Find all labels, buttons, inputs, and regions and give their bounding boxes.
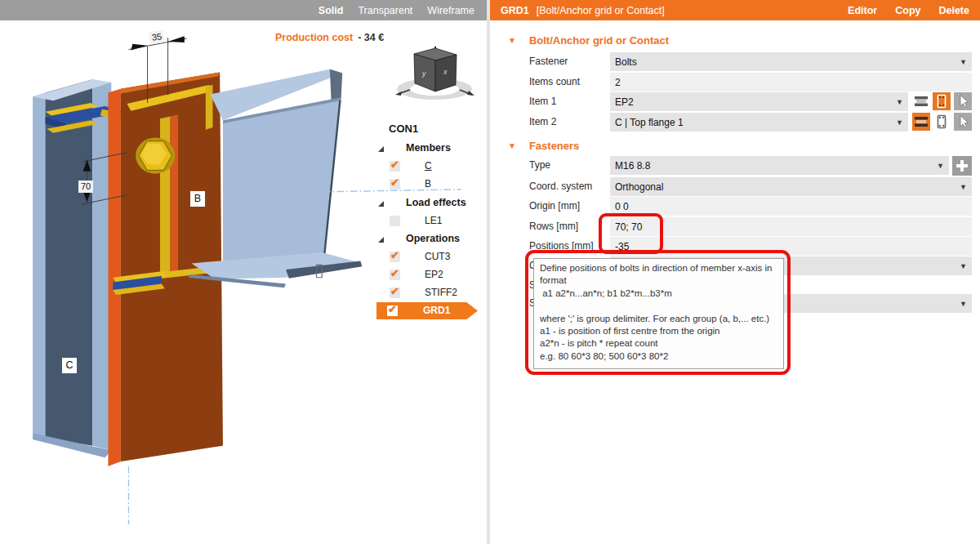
- cursor-arrow-icon: [954, 113, 972, 131]
- tree-root-con1[interactable]: CON1: [389, 120, 503, 136]
- items-count-label: Items count: [529, 76, 580, 87]
- item2-label: Item 2: [529, 116, 556, 127]
- cursor-select-icon-button[interactable]: [954, 113, 972, 131]
- coord-system-dropdown[interactable]: Orthogonal ▼: [610, 177, 972, 196]
- item1-dropdown[interactable]: EP2 ▼: [610, 92, 908, 111]
- fastener-dropdown[interactable]: Bolts ▼: [610, 52, 972, 71]
- rows-input[interactable]: 70; 70: [610, 217, 972, 236]
- row-coord-system: Coord. system Orthogonal ▼: [490, 177, 980, 196]
- type-dropdown[interactable]: M16 8.8 ▼: [610, 156, 949, 175]
- view-mode-solid[interactable]: Solid: [318, 5, 344, 16]
- selected-operation-banner[interactable]: ✔ GRD1: [376, 302, 478, 319]
- tree-group-operations[interactable]: Operations: [374, 231, 488, 247]
- operation-header-bar: GRD1 [Bolt/Anchor grid or Contact] Edito…: [490, 0, 980, 20]
- beam-section-icon: [912, 113, 930, 131]
- section-fasteners[interactable]: ▼ Fasteners: [508, 138, 579, 153]
- item2-dropdown[interactable]: C | Top flange 1 ▼: [610, 113, 908, 132]
- view-mode-transparent[interactable]: Transparent: [358, 5, 412, 16]
- section-collapse-icon[interactable]: ▼: [508, 36, 516, 45]
- items-count-input[interactable]: 2: [610, 73, 972, 91]
- add-bolt-assembly-button[interactable]: [952, 156, 972, 176]
- rows-label: Rows [mm]: [529, 221, 578, 232]
- row-type: Type M16 8.8 ▼: [490, 156, 980, 175]
- tree-item-grd1-selected[interactable]: ✔ GRD1: [374, 302, 488, 319]
- collapse-triangle-icon[interactable]: [378, 201, 384, 207]
- positions-input[interactable]: -35: [610, 237, 972, 256]
- plate-icon: [933, 113, 951, 131]
- production-cost: Production cost- 34 €: [275, 32, 384, 43]
- tree-item-cut3[interactable]: ✔ CUT3: [374, 249, 488, 265]
- item1-label: Item 1: [529, 96, 556, 107]
- copy-button[interactable]: Copy: [895, 5, 920, 16]
- connection-tree: CON1 Members ✔ C ✔ B Load effects LE1: [374, 117, 490, 321]
- operation-subtitle: [Bolt/Anchor grid or Contact]: [537, 5, 665, 16]
- operation-id: GRD1: [501, 5, 529, 16]
- checkbox-checked[interactable]: ✔: [390, 270, 400, 280]
- production-cost-label: Production cost: [275, 32, 353, 43]
- fastener-label: Fastener: [529, 56, 568, 67]
- row-positions: Positions [mm] -35: [490, 237, 980, 256]
- checkbox-checked[interactable]: ✔: [390, 161, 400, 172]
- tree-item-c[interactable]: ✔ C: [374, 158, 488, 175]
- bolt-head[interactable]: [136, 137, 175, 173]
- type-label: Type: [529, 159, 550, 171]
- row-item1: Item 1 EP2 ▼: [490, 92, 980, 111]
- check-icon: ✔: [390, 158, 399, 171]
- property-panel: ▼ Bolt/Anchor grid or Contact Fastener B…: [490, 20, 980, 544]
- beam-section-icon: [912, 92, 930, 110]
- row-fastener: Fastener Bolts ▼: [490, 52, 980, 71]
- checkbox-checked[interactable]: ✔: [387, 305, 398, 316]
- idea-statica-window: Solid Transparent Wireframe GRD1 [Bolt/A…: [0, 0, 980, 544]
- view-mode-wireframe[interactable]: Wireframe: [427, 5, 474, 16]
- production-cost-value: - 34 €: [358, 32, 384, 43]
- tree-item-ep2[interactable]: ✔ EP2: [374, 267, 488, 283]
- delete-button[interactable]: Delete: [938, 5, 969, 16]
- column-member[interactable]: [33, 79, 111, 457]
- editor-button[interactable]: Editor: [848, 5, 877, 16]
- cursor-arrow-icon: [954, 92, 972, 110]
- plate-icon: [933, 92, 951, 110]
- chevron-down-icon: ▼: [960, 262, 967, 270]
- tree-item-stiff2[interactable]: ✔ STIFF2: [374, 285, 488, 301]
- dimension-label-70: 70: [78, 181, 93, 193]
- section-collapse-icon[interactable]: ▼: [508, 141, 516, 150]
- collapse-triangle-icon[interactable]: [378, 146, 384, 152]
- positions-label: Positions [mm]: [529, 240, 594, 252]
- chevron-down-icon: ▼: [896, 118, 903, 127]
- member-label-c: C: [62, 358, 77, 373]
- plate-icon-button-selected[interactable]: [933, 92, 951, 110]
- check-icon: ✔: [390, 176, 399, 189]
- beam-section-icon-button-selected[interactable]: [912, 113, 930, 131]
- collapse-triangle-icon[interactable]: [378, 237, 384, 243]
- coord-system-label: Coord. system: [529, 181, 592, 192]
- chevron-down-icon: ▼: [960, 183, 967, 191]
- row-rows: Rows [mm] 70; 70: [490, 217, 980, 236]
- cube-x-label: x: [443, 68, 448, 76]
- navigation-cube[interactable]: y x: [392, 42, 477, 108]
- check-icon: ✔: [390, 249, 399, 261]
- tree-group-members[interactable]: Members: [374, 140, 488, 157]
- cube-y-label: y: [421, 69, 426, 78]
- row-item2: Item 2 C | Top flange 1 ▼: [490, 113, 980, 132]
- tree-item-b[interactable]: ✔ B: [374, 176, 488, 193]
- check-icon: ✔: [390, 285, 399, 297]
- row-items-count: Items count 2: [490, 73, 980, 91]
- checkbox-checked[interactable]: ✔: [390, 288, 400, 298]
- checkbox-checked[interactable]: ✔: [390, 179, 400, 190]
- plate-icon-button[interactable]: [933, 113, 951, 131]
- tree-group-load-effects[interactable]: Load effects: [374, 195, 488, 212]
- cursor-select-icon-button[interactable]: [954, 92, 972, 110]
- beam-section-icon-button[interactable]: [912, 92, 930, 110]
- member-label-b: B: [190, 191, 205, 207]
- checkbox-unchecked[interactable]: [390, 216, 400, 226]
- plus-icon: [960, 160, 964, 172]
- view-mode-toolbar: Solid Transparent Wireframe: [0, 0, 487, 20]
- tree-item-le1[interactable]: LE1: [374, 213, 488, 230]
- 3d-viewport[interactable]: Production cost- 34 € 35 70 B C y x CON1: [0, 20, 487, 544]
- chevron-down-icon: ▼: [960, 58, 967, 66]
- section-bolt-anchor-grid[interactable]: ▼ Bolt/Anchor grid or Contact: [508, 33, 669, 47]
- chevron-down-icon: ▼: [896, 98, 903, 106]
- origin-input[interactable]: 0 0: [610, 197, 972, 216]
- dimension-label-35: 35: [149, 30, 165, 44]
- checkbox-checked[interactable]: ✔: [390, 252, 400, 262]
